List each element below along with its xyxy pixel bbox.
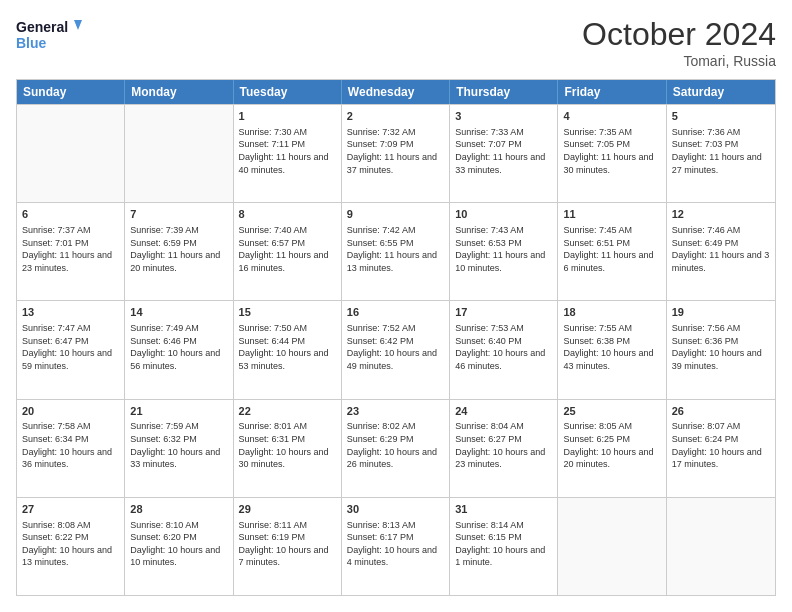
day-number-16: 16 (347, 305, 444, 320)
day-cell-6: 6Sunrise: 7:37 AM Sunset: 7:01 PM Daylig… (17, 203, 125, 300)
day-number-27: 27 (22, 502, 119, 517)
day-info-8: Sunrise: 7:40 AM Sunset: 6:57 PM Dayligh… (239, 224, 336, 274)
day-number-3: 3 (455, 109, 552, 124)
page: General Blue October 2024 Tomari, Russia… (0, 0, 792, 612)
title-block: October 2024 Tomari, Russia (582, 16, 776, 69)
logo-svg: General Blue (16, 16, 86, 56)
svg-marker-2 (74, 20, 82, 30)
day-cell-20: 20Sunrise: 7:58 AM Sunset: 6:34 PM Dayli… (17, 400, 125, 497)
day-cell-18: 18Sunrise: 7:55 AM Sunset: 6:38 PM Dayli… (558, 301, 666, 398)
header: General Blue October 2024 Tomari, Russia (16, 16, 776, 69)
header-friday: Friday (558, 80, 666, 104)
day-number-2: 2 (347, 109, 444, 124)
svg-text:General: General (16, 19, 68, 35)
day-cell-30: 30Sunrise: 8:13 AM Sunset: 6:17 PM Dayli… (342, 498, 450, 595)
day-info-18: Sunrise: 7:55 AM Sunset: 6:38 PM Dayligh… (563, 322, 660, 372)
calendar: Sunday Monday Tuesday Wednesday Thursday… (16, 79, 776, 596)
day-number-12: 12 (672, 207, 770, 222)
day-info-20: Sunrise: 7:58 AM Sunset: 6:34 PM Dayligh… (22, 420, 119, 470)
week-row-2: 6Sunrise: 7:37 AM Sunset: 7:01 PM Daylig… (17, 202, 775, 300)
day-info-16: Sunrise: 7:52 AM Sunset: 6:42 PM Dayligh… (347, 322, 444, 372)
day-number-17: 17 (455, 305, 552, 320)
day-info-24: Sunrise: 8:04 AM Sunset: 6:27 PM Dayligh… (455, 420, 552, 470)
day-info-14: Sunrise: 7:49 AM Sunset: 6:46 PM Dayligh… (130, 322, 227, 372)
day-info-12: Sunrise: 7:46 AM Sunset: 6:49 PM Dayligh… (672, 224, 770, 274)
day-info-21: Sunrise: 7:59 AM Sunset: 6:32 PM Dayligh… (130, 420, 227, 470)
day-info-15: Sunrise: 7:50 AM Sunset: 6:44 PM Dayligh… (239, 322, 336, 372)
day-cell-3: 3Sunrise: 7:33 AM Sunset: 7:07 PM Daylig… (450, 105, 558, 202)
day-cell-7: 7Sunrise: 7:39 AM Sunset: 6:59 PM Daylig… (125, 203, 233, 300)
day-number-21: 21 (130, 404, 227, 419)
day-number-18: 18 (563, 305, 660, 320)
day-number-15: 15 (239, 305, 336, 320)
day-number-19: 19 (672, 305, 770, 320)
month-title: October 2024 (582, 16, 776, 53)
day-number-28: 28 (130, 502, 227, 517)
day-cell-12: 12Sunrise: 7:46 AM Sunset: 6:49 PM Dayli… (667, 203, 775, 300)
day-info-4: Sunrise: 7:35 AM Sunset: 7:05 PM Dayligh… (563, 126, 660, 176)
day-cell-23: 23Sunrise: 8:02 AM Sunset: 6:29 PM Dayli… (342, 400, 450, 497)
header-wednesday: Wednesday (342, 80, 450, 104)
day-number-1: 1 (239, 109, 336, 124)
day-cell-13: 13Sunrise: 7:47 AM Sunset: 6:47 PM Dayli… (17, 301, 125, 398)
header-tuesday: Tuesday (234, 80, 342, 104)
day-cell-17: 17Sunrise: 7:53 AM Sunset: 6:40 PM Dayli… (450, 301, 558, 398)
day-cell-25: 25Sunrise: 8:05 AM Sunset: 6:25 PM Dayli… (558, 400, 666, 497)
day-cell-26: 26Sunrise: 8:07 AM Sunset: 6:24 PM Dayli… (667, 400, 775, 497)
day-cell-15: 15Sunrise: 7:50 AM Sunset: 6:44 PM Dayli… (234, 301, 342, 398)
day-info-28: Sunrise: 8:10 AM Sunset: 6:20 PM Dayligh… (130, 519, 227, 569)
day-number-26: 26 (672, 404, 770, 419)
empty-cell (125, 105, 233, 202)
empty-cell (558, 498, 666, 595)
day-info-11: Sunrise: 7:45 AM Sunset: 6:51 PM Dayligh… (563, 224, 660, 274)
day-cell-19: 19Sunrise: 7:56 AM Sunset: 6:36 PM Dayli… (667, 301, 775, 398)
day-info-31: Sunrise: 8:14 AM Sunset: 6:15 PM Dayligh… (455, 519, 552, 569)
day-cell-31: 31Sunrise: 8:14 AM Sunset: 6:15 PM Dayli… (450, 498, 558, 595)
day-info-1: Sunrise: 7:30 AM Sunset: 7:11 PM Dayligh… (239, 126, 336, 176)
day-number-31: 31 (455, 502, 552, 517)
day-number-24: 24 (455, 404, 552, 419)
day-cell-4: 4Sunrise: 7:35 AM Sunset: 7:05 PM Daylig… (558, 105, 666, 202)
day-cell-22: 22Sunrise: 8:01 AM Sunset: 6:31 PM Dayli… (234, 400, 342, 497)
day-info-17: Sunrise: 7:53 AM Sunset: 6:40 PM Dayligh… (455, 322, 552, 372)
day-info-26: Sunrise: 8:07 AM Sunset: 6:24 PM Dayligh… (672, 420, 770, 470)
day-cell-10: 10Sunrise: 7:43 AM Sunset: 6:53 PM Dayli… (450, 203, 558, 300)
day-info-7: Sunrise: 7:39 AM Sunset: 6:59 PM Dayligh… (130, 224, 227, 274)
day-number-23: 23 (347, 404, 444, 419)
calendar-body: 1Sunrise: 7:30 AM Sunset: 7:11 PM Daylig… (17, 104, 775, 595)
empty-cell (17, 105, 125, 202)
header-thursday: Thursday (450, 80, 558, 104)
day-cell-11: 11Sunrise: 7:45 AM Sunset: 6:51 PM Dayli… (558, 203, 666, 300)
location: Tomari, Russia (582, 53, 776, 69)
logo: General Blue (16, 16, 86, 56)
day-number-14: 14 (130, 305, 227, 320)
day-cell-14: 14Sunrise: 7:49 AM Sunset: 6:46 PM Dayli… (125, 301, 233, 398)
day-cell-24: 24Sunrise: 8:04 AM Sunset: 6:27 PM Dayli… (450, 400, 558, 497)
day-info-3: Sunrise: 7:33 AM Sunset: 7:07 PM Dayligh… (455, 126, 552, 176)
day-cell-9: 9Sunrise: 7:42 AM Sunset: 6:55 PM Daylig… (342, 203, 450, 300)
day-number-30: 30 (347, 502, 444, 517)
day-number-9: 9 (347, 207, 444, 222)
day-cell-28: 28Sunrise: 8:10 AM Sunset: 6:20 PM Dayli… (125, 498, 233, 595)
week-row-3: 13Sunrise: 7:47 AM Sunset: 6:47 PM Dayli… (17, 300, 775, 398)
day-cell-16: 16Sunrise: 7:52 AM Sunset: 6:42 PM Dayli… (342, 301, 450, 398)
day-info-10: Sunrise: 7:43 AM Sunset: 6:53 PM Dayligh… (455, 224, 552, 274)
day-cell-27: 27Sunrise: 8:08 AM Sunset: 6:22 PM Dayli… (17, 498, 125, 595)
day-number-5: 5 (672, 109, 770, 124)
day-info-30: Sunrise: 8:13 AM Sunset: 6:17 PM Dayligh… (347, 519, 444, 569)
header-monday: Monday (125, 80, 233, 104)
day-cell-21: 21Sunrise: 7:59 AM Sunset: 6:32 PM Dayli… (125, 400, 233, 497)
day-cell-1: 1Sunrise: 7:30 AM Sunset: 7:11 PM Daylig… (234, 105, 342, 202)
day-info-25: Sunrise: 8:05 AM Sunset: 6:25 PM Dayligh… (563, 420, 660, 470)
week-row-5: 27Sunrise: 8:08 AM Sunset: 6:22 PM Dayli… (17, 497, 775, 595)
day-number-6: 6 (22, 207, 119, 222)
svg-text:Blue: Blue (16, 35, 47, 51)
day-cell-2: 2Sunrise: 7:32 AM Sunset: 7:09 PM Daylig… (342, 105, 450, 202)
day-info-13: Sunrise: 7:47 AM Sunset: 6:47 PM Dayligh… (22, 322, 119, 372)
day-number-25: 25 (563, 404, 660, 419)
day-number-29: 29 (239, 502, 336, 517)
day-number-13: 13 (22, 305, 119, 320)
day-info-19: Sunrise: 7:56 AM Sunset: 6:36 PM Dayligh… (672, 322, 770, 372)
day-info-29: Sunrise: 8:11 AM Sunset: 6:19 PM Dayligh… (239, 519, 336, 569)
day-number-10: 10 (455, 207, 552, 222)
